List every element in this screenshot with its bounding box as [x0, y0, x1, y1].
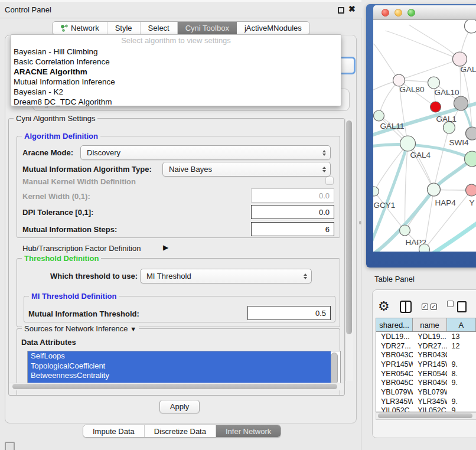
table-row[interactable]: YER054CYER054C8.: [376, 369, 476, 379]
attribute-list-item[interactable]: BetweennessCentrality: [28, 371, 331, 381]
tab-label: Cyni Toolbox: [185, 24, 229, 32]
mi-algorithm-type-combo[interactable]: Naive Bayes: [162, 162, 331, 177]
network-node-hap2[interactable]: [400, 225, 410, 236]
table-row[interactable]: YDR27...YDR27...12: [376, 341, 476, 351]
combo-arrows-icon: [304, 273, 309, 279]
table-cell: 13: [447, 332, 476, 341]
manual-kernel-width-label: Manual Kernel Width Definition: [22, 177, 136, 186]
float-window-icon[interactable]: [338, 7, 344, 14]
table-toolbar: ⚙ ✓✓: [378, 297, 476, 316]
dropdown-item[interactable]: Dream8 DC_TDC Algorithm: [11, 97, 341, 107]
tab-select[interactable]: Select: [141, 22, 178, 34]
table-row[interactable]: YLR345WYLR345W9.: [376, 397, 476, 406]
attributes-list-scrollbar[interactable]: [331, 353, 338, 384]
zoom-traffic-light-icon[interactable]: [407, 9, 415, 17]
apply-button[interactable]: Apply: [159, 400, 200, 413]
settings-horizontal-scrollbar-thumb[interactable]: [12, 384, 337, 389]
network-node-y[interactable]: [466, 184, 476, 196]
network-node-hap4[interactable]: [428, 183, 441, 196]
dpi-tolerance-field[interactable]: 0.0: [251, 205, 334, 219]
dropdown-item[interactable]: Bayesian - Hill Climbing: [11, 47, 341, 57]
aracne-mode-combo[interactable]: Discovery: [80, 145, 331, 160]
minimize-traffic-light-icon[interactable]: [395, 9, 402, 17]
network-node-gcy1[interactable]: [373, 187, 379, 196]
network-node[interactable]: [419, 244, 430, 252]
dropdown-item[interactable]: Basic Correlation Inference: [11, 57, 341, 67]
table-cell: 9.: [447, 397, 476, 406]
column-header[interactable]: A: [447, 318, 476, 331]
dropdown-item[interactable]: ARACNE Algorithm: [11, 67, 341, 77]
table-cell: YLR345W: [376, 397, 413, 406]
network-node[interactable]: [465, 151, 476, 167]
control-panel: Control Panel ✖ NetworkStyleSelectCyni T…: [0, 0, 361, 450]
attribute-list-item[interactable]: TopologicalCoefficient: [28, 361, 331, 371]
control-panel-tab-bar: NetworkStyleSelectCyni ToolboxjActiveMNo…: [52, 21, 310, 35]
bottom-tab-impute-data[interactable]: Impute Data: [83, 425, 145, 437]
table-cell: YPR145W: [376, 360, 413, 369]
settings-gear-icon[interactable]: ⚙: [378, 300, 390, 313]
which-threshold-combo[interactable]: MI Threshold: [140, 269, 312, 283]
control-panel-titlebar: [0, 0, 361, 18]
network-canvas[interactable]: GALGAL80GAL10GAL1GAL11GAL4SWI4HAP4YGCY1H…: [373, 20, 476, 252]
hub-tf-definition-label[interactable]: Hub/Transcription Factor Definition: [22, 244, 141, 253]
network-node-gal10[interactable]: [428, 77, 440, 89]
network-node[interactable]: [431, 102, 441, 112]
table-cell: YBR043C: [376, 350, 413, 360]
network-node[interactable]: [454, 96, 468, 110]
table-row[interactable]: YBR043CYBR043C: [376, 350, 476, 360]
table-header-row: shared...nameA: [376, 318, 476, 332]
splitter-handle[interactable]: [359, 221, 361, 224]
mi-threshold-field[interactable]: 0.5: [247, 306, 331, 320]
close-icon[interactable]: ✖: [348, 4, 356, 14]
mi-steps-field[interactable]: 6: [251, 222, 334, 236]
chevron-right-icon[interactable]: ▶: [163, 243, 168, 252]
tab-style[interactable]: Style: [107, 22, 141, 34]
attribute-list-item[interactable]: SelfLoops: [28, 351, 331, 361]
bottom-tab-discretize-data[interactable]: Discretize Data: [145, 425, 216, 437]
tab-jactivemnodules[interactable]: jActiveMNodules: [237, 22, 309, 34]
dropdown-item[interactable]: Bayesian - K2: [11, 87, 341, 97]
table-row[interactable]: YDL19...YDL19...13: [376, 332, 476, 341]
node-table[interactable]: shared...nameA YDL19...YDL19...13YDR27..…: [376, 318, 476, 412]
chevron-down-icon[interactable]: ▼: [130, 325, 136, 332]
table-row[interactable]: YPR145WYPR145W9.: [376, 360, 476, 369]
column-header[interactable]: shared...: [376, 318, 413, 331]
network-node-gal11[interactable]: [374, 110, 384, 121]
mi-algorithm-type-value: Naive Bayes: [169, 165, 212, 174]
network-node-gal4[interactable]: [400, 136, 416, 151]
table-row[interactable]: YBL079WYBL079W: [376, 387, 476, 397]
close-traffic-light-icon[interactable]: [382, 9, 389, 17]
tab-cyni-toolbox[interactable]: Cyni Toolbox: [178, 22, 237, 34]
settings-vertical-scrollbar-thumb[interactable]: [346, 120, 352, 334]
panel-grip-icon[interactable]: [5, 442, 15, 450]
node-label: GAL80: [400, 85, 425, 94]
table-cell: [447, 350, 476, 360]
table-row[interactable]: YIL052CYIL052C9: [376, 406, 476, 413]
bottom-tab-infer-network[interactable]: Infer Network: [216, 425, 281, 437]
split-columns-icon[interactable]: [400, 301, 412, 313]
table-cell: 8.: [447, 369, 476, 379]
document-icon[interactable]: [457, 301, 467, 312]
tab-network[interactable]: Network: [53, 22, 107, 34]
control-panel-title: Control Panel: [5, 5, 51, 14]
table-cell: YLR345W: [413, 397, 446, 406]
network-node-gal80[interactable]: [393, 74, 405, 86]
table-cell: 12: [447, 341, 476, 351]
cyni-algorithm-settings-title: Cyni Algorithm Settings: [14, 114, 97, 123]
table-horizontal-scrollbar-thumb[interactable]: [378, 413, 472, 418]
network-node-gal[interactable]: [453, 52, 467, 66]
network-node-gal1[interactable]: [444, 122, 455, 133]
select-columns-icon[interactable]: ✓✓: [422, 304, 437, 310]
kernel-width-field[interactable]: 0.0: [251, 188, 334, 203]
mi-threshold-definition-title: MI Threshold Definition: [29, 292, 119, 301]
node-label: GAL11: [380, 122, 405, 131]
which-threshold-value: MI Threshold: [146, 272, 191, 281]
column-header[interactable]: name: [413, 318, 446, 331]
algorithm-definition-title: Algorithm Definition: [22, 132, 100, 141]
table-row[interactable]: YBR045CYBR045C9.: [376, 378, 476, 387]
mi-threshold-label: Mutual Information Threshold:: [28, 309, 139, 318]
network-node[interactable]: [465, 20, 476, 33]
dpi-tolerance-label: DPI Tolerance [0,1]:: [22, 208, 93, 217]
dropdown-item[interactable]: Mutual Information Inference: [11, 77, 341, 87]
manual-kernel-width-checkbox[interactable]: [325, 177, 334, 185]
